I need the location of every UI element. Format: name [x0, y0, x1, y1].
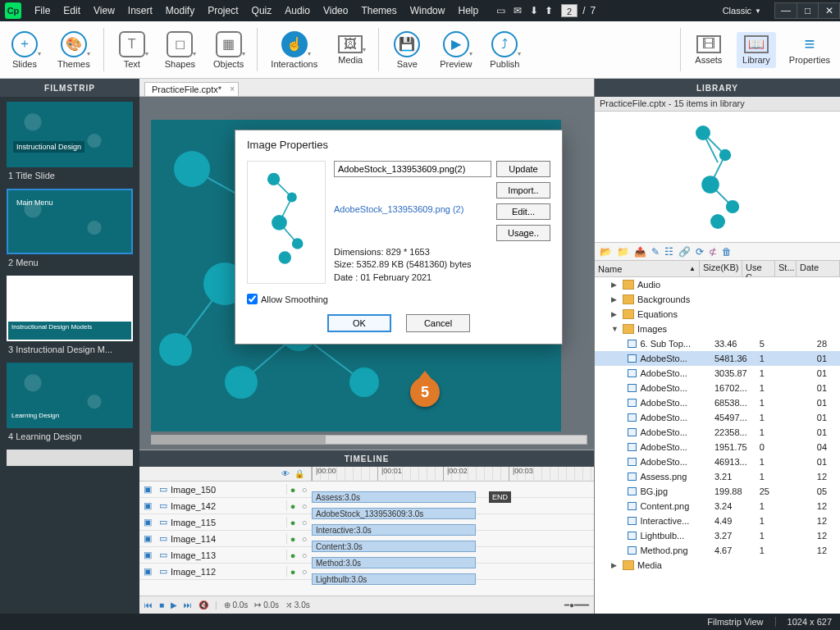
text-button[interactable]: T▾Text [112, 28, 152, 72]
shapes-button[interactable]: ◻▾Shapes [160, 28, 200, 72]
library-item[interactable]: AdobeSto...5481.36101 [595, 351, 840, 366]
menu-window[interactable]: Window [404, 5, 452, 16]
mute-icon[interactable]: 🔇 [199, 600, 208, 609]
library-item[interactable]: AdobeSto...16702...101 [595, 381, 840, 395]
svg-point-30 [287, 193, 297, 203]
menu-edit[interactable]: Edit [57, 5, 87, 16]
edit-button[interactable]: Edit... [496, 203, 550, 220]
filmstrip-slide[interactable]: Instructional Design1 Title Slide [7, 102, 133, 180]
filmstrip-label: 2 Menu [7, 254, 133, 267]
library-item[interactable]: AdobeSto...46913...101 [595, 454, 840, 469]
document-tab[interactable]: PracticeFile.cptx*× [144, 82, 239, 96]
library-folder[interactable]: ▶Backgrounds [595, 292, 840, 307]
stop-icon[interactable]: ■ [159, 600, 164, 609]
media-button[interactable]: 🖼▾Media [331, 32, 370, 68]
menu-view[interactable]: View [87, 5, 121, 16]
window-maximize[interactable]: □ [797, 3, 818, 18]
page-current[interactable]: 2 [561, 4, 578, 17]
menu-file[interactable]: File [28, 5, 57, 16]
window-close[interactable]: ✕ [818, 3, 839, 18]
download-icon[interactable]: ⬇ [530, 5, 538, 16]
timeline-row[interactable]: ▣▭Image_150●○Assess:3.0sEND [139, 482, 594, 498]
allow-smoothing-checkbox[interactable]: Allow Smoothing [247, 294, 550, 304]
eye-icon[interactable]: 👁 [281, 469, 290, 478]
library-item[interactable]: AdobeSto...22358...101 [595, 425, 840, 440]
refresh-icon[interactable]: ⟳ [696, 246, 704, 258]
library-folder[interactable]: ▼Images [595, 322, 840, 336]
close-icon[interactable]: × [230, 84, 235, 94]
menu-audio[interactable]: Audio [278, 5, 317, 16]
svg-point-14 [225, 366, 258, 399]
delete-icon[interactable]: 🗑 [722, 246, 732, 258]
rewind-icon[interactable]: ⏮ [144, 600, 153, 609]
library-item[interactable]: Content.png3.24112 [595, 499, 840, 514]
filmstrip-slide[interactable]: Instructional Design Models3 Instruction… [7, 276, 133, 354]
folder-import-icon[interactable]: 📁 [617, 246, 629, 258]
filmstrip-slide[interactable]: Learning Design4 Learning Design [7, 363, 133, 441]
library-button[interactable]: 📖Library [737, 32, 776, 68]
filmstrip-slide[interactable]: Main Menu2 Menu [7, 189, 133, 267]
link-icon[interactable]: 🔗 [678, 246, 691, 258]
preview-button[interactable]: ▶▾Preview [435, 28, 477, 72]
assets-button[interactable]: 🎞Assets [689, 32, 728, 68]
svg-point-31 [272, 215, 287, 231]
import-button[interactable]: Import.. [496, 182, 550, 199]
save-button[interactable]: 💾Save [387, 28, 427, 72]
properties-icon[interactable]: ☷ [664, 246, 673, 258]
usage-button[interactable]: Usage.. [496, 225, 550, 241]
svg-point-8 [174, 151, 210, 187]
edit-icon[interactable]: ✎ [651, 246, 660, 258]
library-tree[interactable]: ▶Audio▶Backgrounds▶Equations▼Images6. Su… [595, 277, 840, 614]
library-item[interactable]: Interactive...4.49112 [595, 514, 840, 528]
update-button[interactable]: Update [496, 161, 550, 177]
library-item[interactable]: Assess.png3.21112 [595, 469, 840, 484]
publish-button[interactable]: ⤴▾Publish [485, 28, 524, 72]
library-item[interactable]: AdobeSto...45497...101 [595, 410, 840, 425]
library-item[interactable]: Method.png4.67112 [595, 543, 840, 558]
upload-icon[interactable]: ⬆ [545, 5, 553, 16]
menu-video[interactable]: Video [317, 5, 354, 16]
library-item[interactable]: AdobeSto...3035.87101 [595, 366, 840, 381]
slides-button[interactable]: ＋▾Slides [5, 28, 44, 72]
library-title: LIBRARY [595, 79, 840, 97]
library-item[interactable]: 6. Sub Top...33.46528 [595, 336, 840, 351]
library-item[interactable]: Lightbulb...3.27112 [595, 528, 840, 543]
play-icon[interactable]: ▶ [171, 600, 177, 609]
end-icon[interactable]: ⏭ [184, 600, 192, 609]
library-headers[interactable]: Name▲ Size(KB) Use C... St... Date [595, 261, 840, 277]
workspace-switcher[interactable]: Classic▼ [723, 6, 761, 16]
filename-link[interactable]: AdobeStock_133953609.png (2) [334, 203, 488, 215]
select-unused-icon[interactable]: ⊄ [709, 246, 717, 258]
folder-export-icon[interactable]: 📤 [634, 246, 646, 258]
folder-open-icon[interactable]: 📂 [600, 246, 612, 258]
window-minimize[interactable]: — [775, 3, 797, 18]
menu-insert[interactable]: Insert [121, 5, 159, 16]
mail-icon[interactable]: ✉ [514, 5, 522, 16]
library-item[interactable]: AdobeSto...1951.75004 [595, 440, 840, 454]
menu-themes[interactable]: Themes [354, 5, 403, 16]
timeline-ruler[interactable]: |00:00|00:01|00:02|00:03 [312, 467, 594, 481]
properties-button[interactable]: ≡Properties [784, 32, 835, 68]
library-folder[interactable]: ▶Media [595, 558, 840, 573]
horizontal-scrollbar[interactable] [151, 435, 587, 445]
app-logo: Cp [5, 2, 21, 19]
library-item[interactable]: AdobeSto...68538...101 [595, 395, 840, 410]
filename-input[interactable] [334, 161, 491, 177]
objects-button[interactable]: ▦▾Objects [208, 28, 249, 72]
preview-icon[interactable]: ▭ [496, 5, 505, 16]
zoom-slider[interactable]: ━●━━━ [564, 600, 589, 609]
themes-button[interactable]: 🎨▾Themes [52, 28, 95, 72]
library-folder[interactable]: ▶Audio [595, 277, 840, 292]
filmstrip-label: 3 Instructional Design M... [7, 341, 133, 354]
library-item[interactable]: BG.jpg199.882505 [595, 484, 840, 499]
lock-icon[interactable]: 🔒 [294, 469, 304, 478]
library-folder[interactable]: ▶Equations [595, 307, 840, 322]
cancel-button[interactable]: Cancel [406, 314, 470, 332]
menu-project[interactable]: Project [201, 5, 244, 16]
svg-point-32 [292, 238, 304, 249]
interactions-button[interactable]: ☝▾Interactions [266, 28, 322, 72]
ok-button[interactable]: OK [327, 314, 391, 332]
menu-quiz[interactable]: Quiz [245, 5, 279, 16]
menu-help[interactable]: Help [451, 5, 485, 16]
menu-modify[interactable]: Modify [159, 5, 201, 16]
